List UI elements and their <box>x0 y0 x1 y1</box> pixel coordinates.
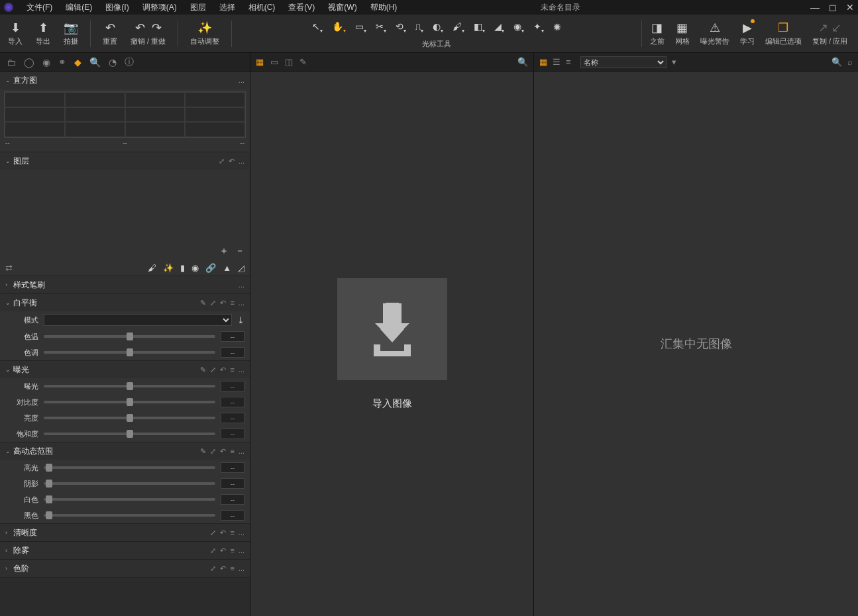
expand-icon[interactable]: ⤢ <box>210 299 216 307</box>
panel-hdr-header[interactable]: ⌄ 高动态范围 ✎⤢↶≡... <box>0 442 250 460</box>
panel-exposure-header[interactable]: ⌄ 曝光 ✎⤢↶≡... <box>0 361 250 378</box>
link-icon[interactable]: 🔗 <box>205 263 216 273</box>
hand-tool-icon[interactable]: ✋▾ <box>332 21 346 34</box>
exp-contrast-value[interactable]: -- <box>221 397 244 407</box>
wb-temp-slider[interactable] <box>44 335 215 338</box>
minimize-icon[interactable]: — <box>810 2 820 13</box>
picker-icon[interactable]: ✎ <box>200 299 206 307</box>
thumb-grid-icon[interactable]: ▦ <box>539 57 547 67</box>
tab-capture-icon[interactable]: ◯ <box>24 57 34 68</box>
rotate-tool-icon[interactable]: ⟲▾ <box>396 21 406 34</box>
exp-brightness-value[interactable]: -- <box>221 413 244 423</box>
more-icon[interactable]: ... <box>239 564 244 573</box>
panel-dehaze-header[interactable]: › 除雾 ⤢↶≡... <box>0 542 250 559</box>
hdr-black-slider[interactable] <box>44 514 215 517</box>
more-icon[interactable]: ... <box>239 76 244 84</box>
wb-temp-value[interactable]: -- <box>221 331 244 342</box>
gradient-tool-icon[interactable]: ◢▾ <box>494 21 504 34</box>
spot-tool-icon[interactable]: ◐▾ <box>433 21 443 34</box>
shape-tool-icon[interactable]: ▭▾ <box>355 21 366 34</box>
view-wand-icon[interactable]: ✎ <box>299 57 307 67</box>
maximize-icon[interactable]: ◻ <box>829 2 837 13</box>
more-icon[interactable]: ... <box>239 157 244 166</box>
menu-select[interactable]: 选择 <box>213 2 242 13</box>
copy-icon[interactable]: ≡ <box>230 299 234 307</box>
panel-stylebrush-header[interactable]: › 样式笔刷 ... <box>0 276 250 293</box>
copy-icon[interactable]: ≡ <box>230 366 234 374</box>
view-grid-icon[interactable]: ▦ <box>256 57 264 67</box>
tab-color-icon[interactable]: ⚭ <box>58 57 66 68</box>
hdr-shadows-value[interactable]: -- <box>221 478 244 489</box>
heal-tool-icon[interactable]: ✦▾ <box>533 21 544 34</box>
exp-saturation-slider[interactable] <box>44 433 215 435</box>
exp-brightness-slider[interactable] <box>44 417 215 419</box>
tab-library-icon[interactable]: 🗀 <box>7 57 16 68</box>
undo-small-icon[interactable]: ↶ <box>229 157 235 166</box>
radial-icon[interactable]: ◉ <box>191 263 199 273</box>
search-browser-icon[interactable]: ⌕ <box>847 57 853 67</box>
pointer-tool-icon[interactable]: ↖▾ <box>312 21 323 34</box>
more-icon[interactable]: ... <box>239 529 244 537</box>
more-icon[interactable]: ... <box>239 299 244 307</box>
brush-icon[interactable]: 🖌 <box>148 263 156 273</box>
eraser-icon[interactable]: ◿ <box>238 263 244 273</box>
copy-icon[interactable]: ≡ <box>230 529 234 537</box>
copy-apply-button[interactable]: ↗ ↙复制 / 应用 <box>808 19 851 48</box>
before-button[interactable]: ◨之前 <box>646 19 669 48</box>
warning-button[interactable]: ⚠曝光警告 <box>696 19 733 48</box>
tab-info-icon[interactable]: ⓘ <box>125 56 134 68</box>
sort-select[interactable]: 名称 <box>580 56 667 68</box>
panel-layers-header[interactable]: ⌄ 图层 ⤢↶... <box>0 152 250 170</box>
learn-button[interactable]: ▶学习 <box>736 19 759 48</box>
menu-view[interactable]: 查看(V) <box>282 2 321 13</box>
hdr-white-slider[interactable] <box>44 498 215 501</box>
reset-button[interactable]: ↶重置 <box>99 19 121 48</box>
erase-tool-icon[interactable]: ◧▾ <box>474 21 485 34</box>
view-single-icon[interactable]: ▭ <box>270 57 278 67</box>
add-layer-icon[interactable]: ＋ <box>219 245 229 257</box>
magic-tool-icon[interactable]: ✺ <box>553 22 561 32</box>
menu-edit[interactable]: 编辑(E) <box>59 2 99 13</box>
exp-saturation-value[interactable]: -- <box>221 429 244 439</box>
close-icon[interactable]: ✕ <box>846 2 854 13</box>
tab-adjust-icon[interactable]: ◆ <box>74 57 81 68</box>
expand-icon[interactable]: ⤢ <box>210 564 216 573</box>
hdr-highlights-slider[interactable] <box>44 466 215 469</box>
undo-small-icon[interactable]: ↶ <box>220 564 226 573</box>
magic-brush-icon[interactable]: ✨ <box>163 263 174 273</box>
hdr-black-value[interactable]: -- <box>221 510 244 521</box>
mask-icon[interactable]: ▲ <box>223 263 231 273</box>
thumb-detail-icon[interactable]: ≡ <box>566 57 571 67</box>
exp-contrast-slider[interactable] <box>44 401 215 403</box>
filter-icon[interactable]: ▾ <box>672 57 676 67</box>
keystone-tool-icon[interactable]: ⎍▾ <box>415 21 423 34</box>
exp-exposure-value[interactable]: -- <box>221 381 244 391</box>
zoom-icon[interactable]: 🔍 <box>517 57 528 67</box>
undo-redo-button[interactable]: ↶ ↷撤销 / 重做 <box>127 19 170 48</box>
expand-icon[interactable]: ⤢ <box>210 366 216 374</box>
expand-icon[interactable]: ⤢ <box>210 529 216 537</box>
hdr-white-value[interactable]: -- <box>221 494 244 505</box>
menu-camera[interactable]: 相机(C) <box>242 2 282 13</box>
thumb-list-icon[interactable]: ☰ <box>553 57 561 67</box>
brush-tool-icon[interactable]: 🖌▾ <box>453 21 464 34</box>
capture-button[interactable]: 📷拍摄 <box>60 19 82 48</box>
menu-adjustments[interactable]: 调整项(A) <box>136 2 184 13</box>
exp-exposure-slider[interactable] <box>44 385 215 387</box>
wb-tint-value[interactable]: -- <box>221 347 244 358</box>
expand-icon[interactable]: ⤢ <box>219 157 225 166</box>
hdr-highlights-value[interactable]: -- <box>221 462 244 473</box>
tab-search-icon[interactable]: 🔍 <box>89 57 101 68</box>
picker-icon[interactable]: ✎ <box>200 366 206 374</box>
auto-adjust-button[interactable]: ✨自动调整 <box>186 19 223 48</box>
picker-icon[interactable]: ✎ <box>200 447 206 456</box>
zoom-browser-icon[interactable]: 🔍 <box>831 57 842 67</box>
more-icon[interactable]: ... <box>239 366 244 374</box>
more-icon[interactable]: ... <box>239 281 244 289</box>
swap-icon[interactable]: ⇄ <box>5 263 13 273</box>
radial-tool-icon[interactable]: ◉▾ <box>513 21 524 34</box>
eyedropper-icon[interactable]: ⤓ <box>237 315 244 325</box>
panel-whitebalance-header[interactable]: ⌄ 白平衡 ✎⤢↶≡... <box>0 294 250 311</box>
undo-small-icon[interactable]: ↶ <box>220 529 226 537</box>
menu-window[interactable]: 视窗(W) <box>321 2 363 13</box>
